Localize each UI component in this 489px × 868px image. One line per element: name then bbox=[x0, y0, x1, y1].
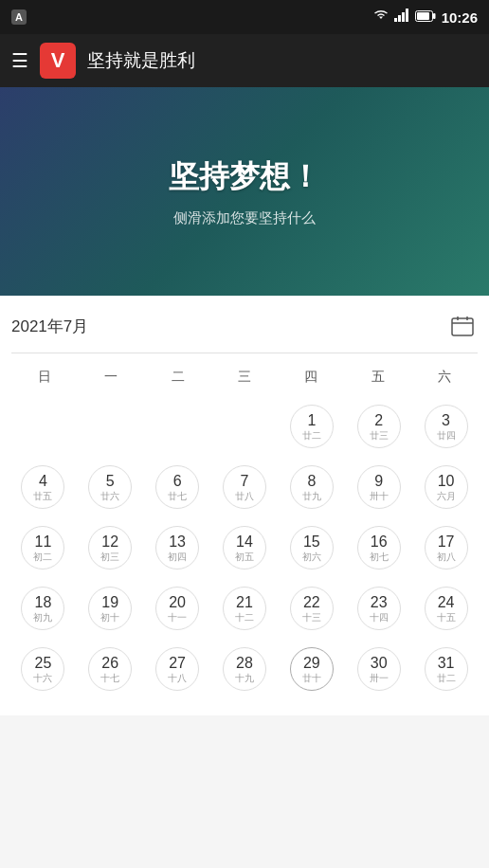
calendar: 2021年7月 日一二三四五六 1廿二2廿三3廿四4廿五5廿六6廿七7廿八8廿九… bbox=[0, 296, 489, 715]
day-cell[interactable]: 22十三 bbox=[280, 581, 343, 636]
day-cell[interactable]: 19初十 bbox=[79, 581, 142, 636]
day-number: 9 bbox=[374, 472, 383, 490]
logo-text: V bbox=[51, 48, 65, 73]
day-lunar: 初八 bbox=[437, 552, 456, 563]
wifi-icon bbox=[373, 9, 389, 26]
day-cell[interactable]: 21十二 bbox=[213, 581, 277, 636]
day-number: 14 bbox=[236, 533, 253, 551]
day-number: 6 bbox=[173, 472, 182, 490]
day-lunar: 初五 bbox=[235, 552, 254, 563]
day-cell[interactable]: 5廿六 bbox=[79, 460, 142, 515]
day-number: 13 bbox=[169, 533, 186, 551]
day-number: 11 bbox=[35, 533, 52, 551]
day-cell[interactable]: 1廿二 bbox=[280, 399, 343, 454]
dow-cell: 二 bbox=[145, 363, 211, 391]
day-cell[interactable]: 13初四 bbox=[146, 520, 209, 575]
day-number: 24 bbox=[438, 593, 455, 611]
day-cell[interactable]: 27十八 bbox=[146, 642, 209, 696]
day-number: 2 bbox=[374, 411, 383, 429]
day-cell bbox=[11, 399, 75, 454]
day-cell[interactable]: 7廿八 bbox=[213, 460, 277, 515]
day-cell[interactable]: 15初六 bbox=[280, 520, 343, 575]
dow-cell: 一 bbox=[78, 363, 144, 391]
day-number: 12 bbox=[101, 533, 118, 551]
day-cell[interactable]: 16初七 bbox=[347, 520, 410, 575]
status-bar: A 10:26 bbox=[0, 0, 489, 34]
calendar-icon[interactable] bbox=[447, 311, 478, 341]
app-title: 坚持就是胜利 bbox=[87, 48, 195, 73]
dow-cell: 六 bbox=[411, 363, 478, 391]
days-grid: 1廿二2廿三3廿四4廿五5廿六6廿七7廿八8廿九9卅十10六月11初二12初三1… bbox=[11, 399, 478, 696]
day-number: 19 bbox=[101, 593, 118, 611]
svg-rect-3 bbox=[406, 9, 408, 22]
day-lunar: 十三 bbox=[302, 612, 321, 624]
day-cell[interactable]: 14初五 bbox=[213, 520, 277, 575]
day-cell bbox=[79, 399, 142, 454]
day-cell bbox=[213, 399, 277, 454]
day-number: 4 bbox=[39, 472, 47, 490]
day-cell[interactable]: 18初九 bbox=[11, 581, 75, 636]
toolbar: ☰ V 坚持就是胜利 bbox=[0, 34, 489, 87]
day-number: 25 bbox=[35, 654, 52, 672]
day-number: 29 bbox=[303, 654, 320, 672]
day-cell[interactable]: 10六月 bbox=[414, 460, 478, 515]
day-number: 20 bbox=[169, 593, 186, 611]
day-lunar: 廿八 bbox=[235, 491, 254, 502]
dow-cell: 五 bbox=[344, 363, 410, 391]
day-cell[interactable]: 25十六 bbox=[11, 642, 75, 696]
day-number: 15 bbox=[303, 533, 320, 551]
day-lunar: 廿十 bbox=[302, 673, 321, 684]
day-number: 7 bbox=[241, 472, 249, 490]
svg-rect-7 bbox=[452, 318, 473, 335]
day-lunar: 初七 bbox=[370, 552, 389, 563]
calendar-header: 2021年7月 bbox=[11, 311, 478, 353]
day-cell[interactable]: 11初二 bbox=[11, 520, 75, 575]
day-lunar: 十一 bbox=[168, 612, 187, 624]
battery-icon bbox=[415, 9, 436, 26]
hero-subtitle: 侧滑添加您要坚持什么 bbox=[173, 209, 316, 227]
day-cell[interactable]: 9卅十 bbox=[347, 460, 410, 515]
day-lunar: 廿二 bbox=[437, 673, 456, 684]
day-cell[interactable]: 31廿二 bbox=[414, 642, 478, 696]
day-cell[interactable]: 3廿四 bbox=[414, 399, 478, 454]
day-cell[interactable]: 23十四 bbox=[347, 581, 410, 636]
day-cell[interactable]: 30卅一 bbox=[347, 642, 410, 696]
svg-rect-6 bbox=[417, 12, 429, 20]
day-lunar: 十五 bbox=[437, 612, 456, 624]
day-lunar: 廿六 bbox=[100, 491, 119, 502]
day-lunar: 十二 bbox=[235, 612, 254, 624]
day-cell[interactable]: 6廿七 bbox=[146, 460, 209, 515]
signal-icon bbox=[394, 9, 409, 26]
day-cell[interactable]: 26十七 bbox=[79, 642, 142, 696]
day-number: 30 bbox=[371, 654, 388, 672]
day-number: 1 bbox=[307, 411, 316, 429]
svg-rect-0 bbox=[394, 18, 397, 22]
day-lunar: 廿七 bbox=[168, 491, 187, 502]
day-lunar: 廿三 bbox=[370, 430, 389, 442]
day-number: 31 bbox=[438, 654, 455, 672]
day-number: 8 bbox=[307, 472, 316, 490]
day-cell[interactable]: 8廿九 bbox=[280, 460, 343, 515]
menu-icon[interactable]: ☰ bbox=[11, 49, 28, 72]
day-number: 5 bbox=[106, 472, 115, 490]
day-lunar: 十六 bbox=[33, 673, 52, 684]
day-lunar: 廿九 bbox=[302, 491, 321, 502]
day-cell[interactable]: 28十九 bbox=[213, 642, 277, 696]
day-number: 23 bbox=[371, 593, 388, 611]
day-cell[interactable]: 29廿十 bbox=[280, 642, 343, 696]
day-cell[interactable]: 4廿五 bbox=[11, 460, 75, 515]
day-lunar: 初三 bbox=[100, 552, 119, 563]
day-lunar: 十七 bbox=[100, 673, 119, 684]
day-cell[interactable]: 12初三 bbox=[79, 520, 142, 575]
day-cell[interactable]: 2廿三 bbox=[347, 399, 410, 454]
status-right: 10:26 bbox=[373, 9, 478, 26]
day-cell[interactable]: 24十五 bbox=[414, 581, 478, 636]
day-cell[interactable]: 20十一 bbox=[146, 581, 209, 636]
svg-rect-2 bbox=[402, 12, 405, 22]
day-number: 16 bbox=[371, 533, 388, 551]
day-number: 26 bbox=[101, 654, 118, 672]
day-lunar: 卅十 bbox=[370, 491, 389, 502]
day-lunar: 十九 bbox=[235, 673, 254, 684]
calendar-month: 2021年7月 bbox=[11, 316, 88, 337]
day-cell[interactable]: 17初八 bbox=[414, 520, 478, 575]
